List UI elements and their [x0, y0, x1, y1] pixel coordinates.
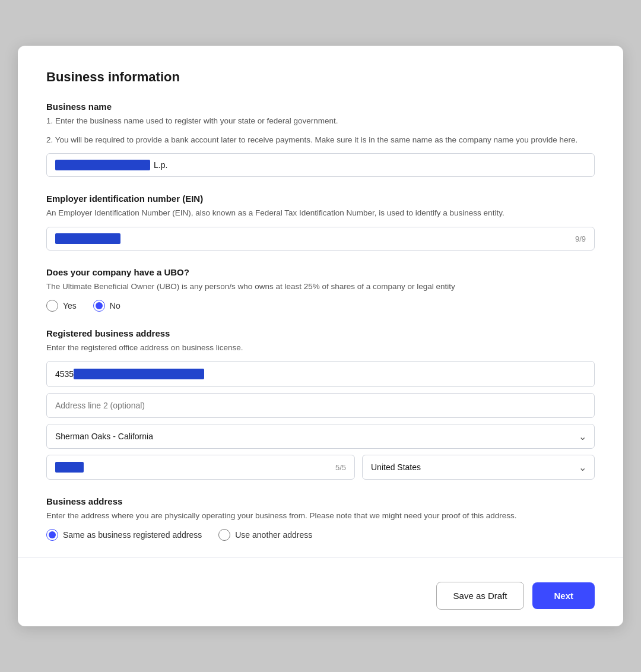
same-address-text: Same as business registered address [63, 530, 202, 540]
ubo-label: Does your company have a UBO? [46, 267, 595, 277]
card: Business information Business name 1. En… [18, 46, 623, 627]
address-line1-number: 4535 [55, 369, 74, 379]
zip-highlight [55, 462, 84, 473]
footer-bar: Save as Draft Next [46, 568, 595, 626]
next-button[interactable]: Next [532, 582, 595, 609]
other-address-text: Use another address [235, 530, 312, 540]
ubo-radio-group: Yes No [46, 300, 595, 312]
business-name-section: Business name 1. Enter the business name… [46, 102, 595, 177]
ubo-no-text: No [110, 301, 120, 310]
registered-address-section: Registered business address Enter the re… [46, 328, 595, 480]
ubo-no-radio[interactable] [93, 300, 105, 312]
country-wrapper: United States ⌄ [362, 455, 595, 480]
same-address-label[interactable]: Same as business registered address [46, 529, 202, 541]
ein-highlight [55, 233, 120, 244]
address-line2-input[interactable] [46, 393, 595, 418]
business-address-section: Business address Enter the address where… [46, 496, 595, 541]
save-draft-button[interactable]: Save as Draft [436, 582, 525, 610]
same-address-radio[interactable] [46, 529, 58, 541]
city-state-wrapper: Sherman Oaks - California ⌄ [46, 424, 595, 449]
ubo-section: Does your company have a UBO? The Ultima… [46, 267, 595, 312]
ubo-yes-label[interactable]: Yes [46, 300, 77, 312]
registered-address-desc: Enter the registered office address on b… [46, 342, 595, 354]
country-select[interactable]: United States [362, 455, 595, 480]
other-address-label[interactable]: Use another address [218, 529, 312, 541]
ein-counter: 9/9 [575, 234, 586, 243]
business-name-input[interactable]: L.p. [46, 153, 595, 177]
business-address-desc: Enter the address where you are physical… [46, 510, 595, 522]
ubo-desc: The Ultimate Beneficial Owner (UBO) is a… [46, 281, 595, 293]
ubo-yes-radio[interactable] [46, 300, 58, 312]
business-name-highlight [55, 160, 150, 170]
page-title: Business information [46, 69, 595, 85]
business-name-desc1: 1. Enter the business name used to regis… [46, 115, 595, 127]
footer-divider [18, 557, 623, 558]
ubo-yes-text: Yes [63, 301, 77, 310]
registered-address-label: Registered business address [46, 328, 595, 338]
city-state-select[interactable]: Sherman Oaks - California [46, 424, 595, 449]
ein-section: Employer identification number (EIN) An … [46, 194, 595, 250]
address-line1-highlight [74, 369, 204, 379]
ubo-no-label[interactable]: No [93, 300, 120, 312]
business-address-radio-group: Same as business registered address Use … [46, 529, 595, 541]
zip-country-row: 5/5 United States ⌄ [46, 455, 595, 480]
business-name-suffix: L.p. [154, 160, 167, 170]
other-address-radio[interactable] [218, 529, 230, 541]
ein-input[interactable]: 9/9 [46, 227, 595, 251]
business-name-label: Business name [46, 102, 595, 112]
zip-input[interactable]: 5/5 [46, 455, 355, 480]
ein-desc: An Employer Identification Number (EIN),… [46, 207, 595, 219]
business-name-desc2: 2. You will be required to provide a ban… [46, 134, 595, 146]
zip-counter: 5/5 [335, 463, 346, 472]
ein-label: Employer identification number (EIN) [46, 194, 595, 204]
business-address-label: Business address [46, 496, 595, 506]
address-line1-input[interactable]: 4535 [46, 361, 595, 387]
